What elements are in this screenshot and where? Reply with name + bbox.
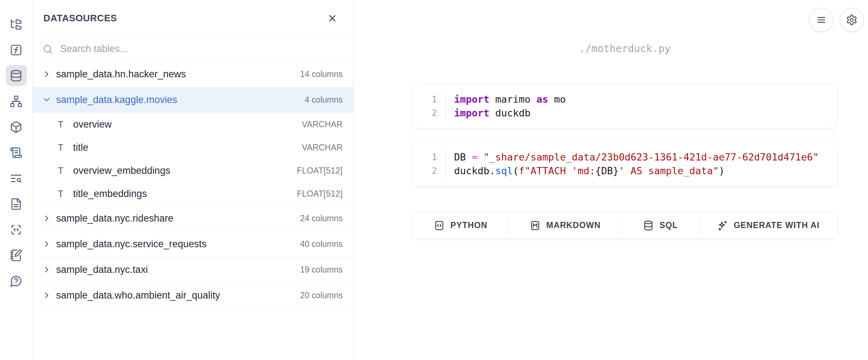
column-type: VARCHAR xyxy=(302,143,343,153)
column-row[interactable]: Toverview_embeddingsFLOAT[512] xyxy=(33,159,353,182)
code-cell[interactable]: 12DB = "_share/sample_data/23b0d623-1361… xyxy=(412,142,838,186)
help-chat-icon[interactable] xyxy=(6,270,27,291)
column-name: overview_embeddings xyxy=(73,165,297,176)
code-line: DB = "_share/sample_data/23b0d623-1361-4… xyxy=(454,150,837,164)
function-square-icon[interactable] xyxy=(6,39,27,60)
app-window: DATASOURCES sample_data.hn.hacker_news14… xyxy=(0,0,868,360)
line-number: 2 xyxy=(412,164,437,178)
code-square-icon xyxy=(434,220,445,231)
line-number: 1 xyxy=(412,150,437,164)
x-icon xyxy=(327,13,338,23)
table-name: sample_data.who.ambient_air_quality xyxy=(56,290,300,301)
chevron-right-icon xyxy=(42,291,51,300)
sidebar-icon-rail xyxy=(0,0,33,360)
column-name: title_embeddings xyxy=(73,188,297,200)
table-columns-count: 14 columns xyxy=(300,69,343,79)
table-name: sample_data.nyc.rideshare xyxy=(56,213,300,224)
table-name: sample_data.nyc.taxi xyxy=(56,264,300,275)
add-sql-cell-button[interactable]: SQL xyxy=(622,213,699,238)
notebook-main-area: ./motherduck.py 12import marimo as moimp… xyxy=(354,0,868,360)
add-sql-label: SQL xyxy=(660,220,678,230)
file-tree-icon[interactable] xyxy=(6,14,27,35)
notebook-filename: ./motherduck.py xyxy=(412,43,838,59)
scroll-logs-icon[interactable] xyxy=(6,142,27,163)
table-row[interactable]: sample_data.kaggle.movies4 columns xyxy=(33,87,353,113)
settings-button[interactable] xyxy=(840,8,864,32)
table-name: sample_data.nyc.service_requests xyxy=(56,239,300,250)
search-tables-input[interactable] xyxy=(59,43,343,55)
add-python-label: PYTHON xyxy=(450,220,487,230)
chevron-right-icon xyxy=(42,69,51,79)
document-icon[interactable] xyxy=(6,193,27,214)
line-numbers-gutter: 12 xyxy=(412,150,446,178)
generate-with-ai-button[interactable]: GENERATE WITH AI xyxy=(699,213,837,238)
column-name: title xyxy=(73,142,302,153)
chevron-right-icon xyxy=(42,265,51,274)
add-python-cell-button[interactable]: PYTHON xyxy=(412,213,509,238)
table-columns-count: 40 columns xyxy=(300,239,343,249)
add-cell-bar: PYTHON MARKDOWN SQL xyxy=(412,212,838,239)
search-icon xyxy=(43,44,53,54)
search-bar xyxy=(33,37,353,61)
code-line: import duckdb xyxy=(454,106,837,120)
text-type-icon: T xyxy=(58,142,73,153)
code-cell[interactable]: 12import marimo as moimport duckdb xyxy=(412,84,838,128)
table-name: sample_data.hn.hacker_news xyxy=(56,69,300,80)
table-row[interactable]: sample_data.who.ambient_air_quality20 co… xyxy=(33,283,353,308)
table-columns-count: 4 columns xyxy=(305,95,343,105)
line-numbers-gutter: 12 xyxy=(412,93,446,120)
line-number: 1 xyxy=(412,93,437,106)
table-columns-count: 20 columns xyxy=(300,291,343,300)
table-row[interactable]: sample_data.nyc.service_requests40 colum… xyxy=(33,231,353,257)
panel-title: DATASOURCES xyxy=(43,13,117,24)
dependency-graph-icon[interactable] xyxy=(6,91,27,112)
column-row[interactable]: Ttitle_embeddingsFLOAT[512] xyxy=(33,182,353,205)
snippets-code-icon[interactable] xyxy=(6,219,27,240)
text-type-icon: T xyxy=(58,166,73,176)
column-type: FLOAT[512] xyxy=(297,189,343,199)
table-columns-count: 24 columns xyxy=(300,214,343,223)
chevron-down-icon xyxy=(42,95,51,104)
code-editor[interactable]: DB = "_share/sample_data/23b0d623-1361-4… xyxy=(446,150,837,178)
code-line: duckdb.sql(f"ATTACH 'md:{DB}' AS sample_… xyxy=(454,164,837,178)
table-row[interactable]: sample_data.nyc.taxi19 columns xyxy=(33,257,353,283)
tables-list: sample_data.hn.hacker_news14 columnssamp… xyxy=(33,61,353,360)
table-columns-count: 19 columns xyxy=(300,265,343,275)
database-panel-icon[interactable] xyxy=(6,65,27,86)
sparkles-icon xyxy=(717,220,728,231)
column-type: FLOAT[512] xyxy=(297,166,343,176)
add-markdown-label: MARKDOWN xyxy=(546,220,601,230)
list-search-icon[interactable] xyxy=(6,168,27,189)
text-type-icon: T xyxy=(58,189,73,199)
table-columns-group: ToverviewVARCHARTtitleVARCHARToverview_e… xyxy=(33,113,353,206)
line-number: 2 xyxy=(412,106,437,120)
datasources-panel-header: DATASOURCES xyxy=(33,0,353,37)
cells-container: 12import marimo as moimport duckdb12DB =… xyxy=(412,84,838,186)
database-icon xyxy=(643,220,654,231)
close-panel-button[interactable] xyxy=(325,11,340,26)
generate-with-ai-label: GENERATE WITH AI xyxy=(734,220,820,230)
code-line: import marimo as mo xyxy=(454,93,837,106)
notebook-document: ./motherduck.py 12import marimo as moimp… xyxy=(412,0,838,239)
column-row[interactable]: ToverviewVARCHAR xyxy=(33,113,353,136)
markdown-icon xyxy=(530,220,541,231)
add-markdown-cell-button[interactable]: MARKDOWN xyxy=(509,213,622,238)
scratchpad-pen-icon[interactable] xyxy=(6,245,27,266)
table-row[interactable]: sample_data.hn.hacker_news14 columns xyxy=(33,61,353,87)
datasources-panel: DATASOURCES sample_data.hn.hacker_news14… xyxy=(33,0,354,360)
table-name: sample_data.kaggle.movies xyxy=(56,94,305,106)
column-type: VARCHAR xyxy=(302,120,343,129)
table-row[interactable]: sample_data.nyc.rideshare24 columns xyxy=(33,206,353,231)
chevron-right-icon xyxy=(42,239,51,249)
column-name: overview xyxy=(73,119,302,130)
column-row[interactable]: TtitleVARCHAR xyxy=(33,136,353,159)
package-box-icon[interactable] xyxy=(6,116,27,137)
chevron-right-icon xyxy=(42,214,51,223)
settings-gear-icon xyxy=(846,14,858,26)
code-editor[interactable]: import marimo as moimport duckdb xyxy=(446,93,837,120)
text-type-icon: T xyxy=(58,119,73,130)
